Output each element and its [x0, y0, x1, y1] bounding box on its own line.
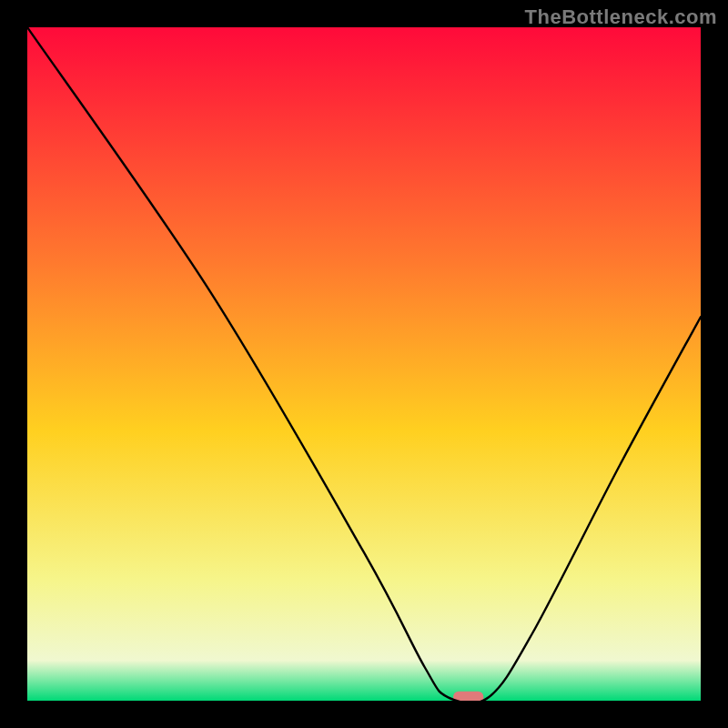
watermark-text: TheBottleneck.com — [525, 5, 717, 29]
chart-svg — [27, 27, 701, 701]
chart-area — [27, 27, 701, 701]
optimal-marker — [453, 692, 483, 701]
gradient-background — [27, 27, 701, 701]
